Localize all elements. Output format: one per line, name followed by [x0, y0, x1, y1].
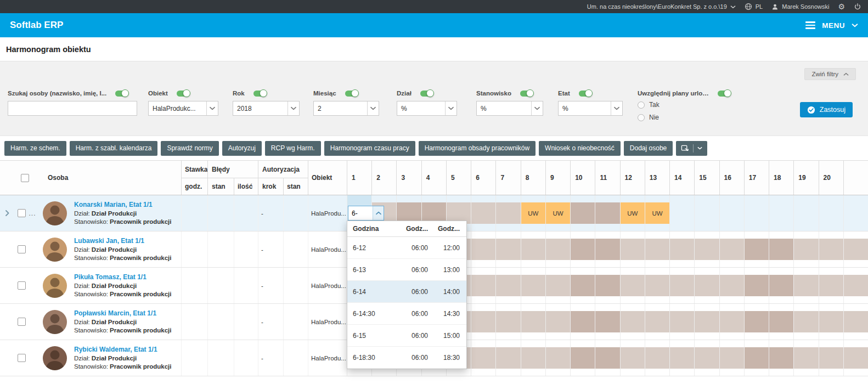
schedule-day-19[interactable] [793, 304, 818, 340]
schedule-day-15[interactable] [694, 304, 719, 340]
logout-button[interactable] [854, 3, 861, 10]
time-editor-input[interactable] [348, 206, 373, 220]
toolbar-button-2[interactable]: Sprawdź normy [161, 141, 218, 156]
obiekt-select[interactable]: HalaProdukc... [148, 101, 218, 116]
row-checkbox[interactable] [18, 318, 26, 326]
schedule-day-21[interactable] [843, 195, 868, 231]
toolbar-button-8[interactable]: Dodaj osobe [624, 141, 673, 156]
schedule-day-19[interactable] [793, 268, 818, 303]
schedule-day-18[interactable] [769, 231, 793, 267]
schedule-day-10[interactable] [570, 231, 595, 267]
schedule-day-10[interactable] [570, 268, 595, 303]
schedule-day-10[interactable] [570, 340, 595, 376]
dzial-select[interactable]: % [397, 101, 457, 116]
schedule-day-7[interactable] [495, 304, 520, 340]
toolbar-button-1[interactable]: Harm. z szabl. kalendarza [70, 141, 158, 156]
schedule-day-9[interactable] [545, 231, 570, 267]
schedule-day-14[interactable] [669, 231, 694, 267]
schedule-day-20[interactable] [819, 268, 843, 303]
schedule-day-21[interactable] [843, 231, 868, 267]
dropdown-option-6-14[interactable]: 6-1406:0014:00 [347, 281, 466, 303]
schedule-day-16[interactable] [719, 340, 744, 376]
schedule-day-20[interactable] [819, 195, 843, 231]
person-name-link[interactable]: Pikuła Tomasz, Etat 1/1 [74, 273, 172, 281]
schedule-day-17[interactable] [744, 231, 769, 267]
toolbar-button-5[interactable]: Harmonogram czasu pracy [324, 141, 415, 156]
export-menu-button[interactable] [676, 141, 707, 156]
person-name-link[interactable]: Popławski Marcin, Etat 1/1 [74, 309, 172, 317]
select-all-checkbox[interactable] [21, 174, 29, 182]
toggle-switch-miesiac[interactable] [345, 91, 358, 97]
schedule-day-16[interactable] [719, 195, 744, 231]
szukaj-osoby-input[interactable] [8, 101, 137, 116]
settings-button[interactable]: ⚙ [838, 3, 845, 10]
dropdown-option-6-13[interactable]: 6-1306:0013:00 [347, 259, 466, 281]
schedule-day-11[interactable] [595, 268, 619, 303]
schedule-day-18[interactable] [769, 340, 793, 376]
toggle-switch-dzial[interactable] [420, 91, 433, 97]
schedule-day-14[interactable] [669, 195, 694, 231]
toolbar-button-7[interactable]: Wniosek o nieobecność [539, 141, 621, 156]
schedule-day-20[interactable] [819, 304, 843, 340]
person-name-link[interactable]: Konarski Marian, Etat 1/1 [74, 201, 172, 208]
schedule-day-16[interactable] [719, 304, 744, 340]
schedule-day-17[interactable] [744, 195, 769, 231]
schedule-day-11[interactable] [595, 195, 619, 231]
row-checkbox[interactable] [18, 209, 26, 217]
schedule-day-6[interactable] [471, 268, 495, 303]
schedule-day-20[interactable] [819, 231, 843, 267]
schedule-day-15[interactable] [694, 231, 719, 267]
language-selector[interactable]: PL [745, 3, 763, 10]
schedule-day-14[interactable] [669, 304, 694, 340]
schedule-day-8[interactable] [521, 231, 545, 267]
schedule-day-15[interactable] [694, 195, 719, 231]
row-checkbox[interactable] [18, 245, 26, 253]
schedule-day-18[interactable] [769, 304, 793, 340]
etat-select[interactable]: % [558, 101, 623, 116]
schedule-day-12[interactable] [620, 231, 645, 267]
main-menu-button[interactable]: MENU [805, 21, 858, 30]
row-checkbox[interactable] [18, 354, 26, 362]
schedule-day-12[interactable] [620, 304, 645, 340]
miesiac-select[interactable]: 2 [313, 101, 379, 116]
schedule-day-17[interactable] [744, 304, 769, 340]
dropdown-option-6-15[interactable]: 6-1506:0015:00 [347, 325, 466, 347]
schedule-day-21[interactable] [843, 340, 868, 376]
schedule-day-15[interactable] [694, 340, 719, 376]
schedule-day-19[interactable] [793, 195, 818, 231]
person-name-link[interactable]: Lubawski Jan, Etat 1/1 [74, 237, 172, 245]
schedule-day-17[interactable] [744, 340, 769, 376]
schedule-day-17[interactable] [744, 268, 769, 303]
schedule-day-6[interactable] [471, 340, 495, 376]
schedule-day-10[interactable] [570, 304, 595, 340]
schedule-day-16[interactable] [719, 231, 744, 267]
schedule-day-10[interactable] [570, 195, 595, 231]
user-menu[interactable]: Marek Sosnowski [771, 3, 829, 10]
schedule-day-18[interactable] [769, 268, 793, 303]
schedule-day-12[interactable] [620, 268, 645, 303]
schedule-day-11[interactable] [595, 340, 619, 376]
time-editor[interactable] [348, 206, 384, 221]
schedule-day-19[interactable] [793, 231, 818, 267]
schedule-day-21[interactable] [843, 304, 868, 340]
radio-nie[interactable]: Nie [638, 114, 731, 121]
schedule-day-12[interactable]: UW [620, 195, 645, 231]
toggle-switch-szukaj-osoby[interactable] [115, 91, 128, 97]
toggle-switch-obiekt[interactable] [177, 91, 190, 97]
toolbar-button-0[interactable]: Harm. ze schem. [4, 141, 66, 156]
dropdown-option-6-12[interactable]: 6-1206:0012:00 [347, 237, 466, 259]
dropdown-option-6-14:30[interactable]: 6-14:3006:0014:30 [347, 303, 466, 325]
schedule-day-9[interactable] [545, 304, 570, 340]
schedule-day-19[interactable] [793, 340, 818, 376]
schedule-day-9[interactable] [545, 340, 570, 376]
schedule-day-7[interactable] [495, 195, 520, 231]
collapse-filters-button[interactable]: Zwiń filtry [804, 68, 856, 80]
stanowisko-select[interactable]: % [476, 101, 543, 116]
schedule-day-16[interactable] [719, 268, 744, 303]
schedule-day-13[interactable] [645, 268, 669, 303]
toolbar-button-6[interactable]: Harmonogram obsady pracowników [419, 141, 536, 156]
schedule-day-7[interactable] [495, 231, 520, 267]
schedule-day-13[interactable] [645, 304, 669, 340]
schedule-day-12[interactable] [620, 340, 645, 376]
schedule-day-11[interactable] [595, 304, 619, 340]
